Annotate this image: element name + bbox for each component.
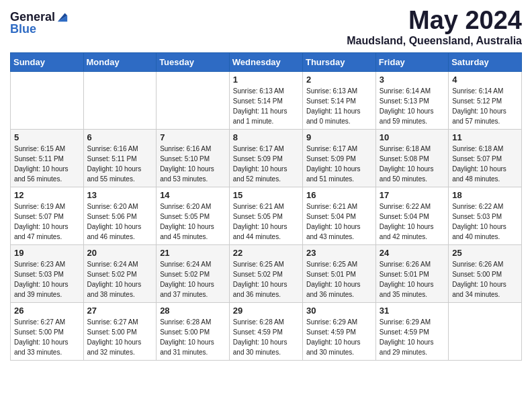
calendar-week-row: 19 Sunrise: 6:23 AMSunset: 5:03 PMDaylig… <box>11 244 522 302</box>
day-number: 11 <box>452 132 518 142</box>
table-row: 14 Sunrise: 6:20 AMSunset: 5:05 PMDaylig… <box>157 187 230 244</box>
day-number: 15 <box>233 190 299 200</box>
day-info: Sunrise: 6:25 AMSunset: 5:02 PMDaylight:… <box>233 261 287 298</box>
table-row <box>11 71 84 129</box>
calendar-week-row: 1 Sunrise: 6:13 AMSunset: 5:14 PMDayligh… <box>11 71 522 129</box>
table-row: 22 Sunrise: 6:25 AMSunset: 5:02 PMDaylig… <box>229 244 302 302</box>
table-row: 11 Sunrise: 6:18 AMSunset: 5:07 PMDaylig… <box>449 129 522 187</box>
day-info: Sunrise: 6:17 AMSunset: 5:09 PMDaylight:… <box>306 145 361 183</box>
logo-icon <box>56 11 69 23</box>
day-info: Sunrise: 6:28 AMSunset: 4:59 PMDaylight:… <box>233 318 287 356</box>
day-info: Sunrise: 6:18 AMSunset: 5:08 PMDaylight:… <box>380 145 434 183</box>
table-row: 16 Sunrise: 6:21 AMSunset: 5:04 PMDaylig… <box>302 187 375 244</box>
day-info: Sunrise: 6:15 AMSunset: 5:11 PMDaylight:… <box>14 145 69 183</box>
day-info: Sunrise: 6:21 AMSunset: 5:05 PMDaylight:… <box>233 203 287 240</box>
day-info: Sunrise: 6:23 AMSunset: 5:03 PMDaylight:… <box>14 261 69 298</box>
day-number: 25 <box>452 248 518 258</box>
logo: General Blue <box>10 11 69 35</box>
day-number: 8 <box>233 132 299 142</box>
day-info: Sunrise: 6:22 AMSunset: 5:03 PMDaylight:… <box>452 203 506 240</box>
table-row: 26 Sunrise: 6:27 AMSunset: 5:00 PMDaylig… <box>11 302 84 360</box>
day-info: Sunrise: 6:20 AMSunset: 5:05 PMDaylight:… <box>160 203 214 240</box>
day-info: Sunrise: 6:26 AMSunset: 5:01 PMDaylight:… <box>380 261 434 298</box>
table-row: 8 Sunrise: 6:17 AMSunset: 5:09 PMDayligh… <box>229 129 302 187</box>
col-wednesday: Wednesday <box>229 52 302 71</box>
day-info: Sunrise: 6:22 AMSunset: 5:04 PMDaylight:… <box>380 203 434 240</box>
day-number: 7 <box>160 132 226 142</box>
table-row: 7 Sunrise: 6:16 AMSunset: 5:10 PMDayligh… <box>157 129 230 187</box>
day-number: 31 <box>380 306 445 316</box>
col-sunday: Sunday <box>11 52 84 71</box>
table-row: 18 Sunrise: 6:22 AMSunset: 5:03 PMDaylig… <box>449 187 522 244</box>
calendar-week-row: 26 Sunrise: 6:27 AMSunset: 5:00 PMDaylig… <box>11 302 522 360</box>
day-info: Sunrise: 6:14 AMSunset: 5:13 PMDaylight:… <box>380 87 434 125</box>
table-row <box>449 302 522 360</box>
day-info: Sunrise: 6:21 AMSunset: 5:04 PMDaylight:… <box>306 203 361 240</box>
day-info: Sunrise: 6:24 AMSunset: 5:02 PMDaylight:… <box>87 261 142 298</box>
day-info: Sunrise: 6:28 AMSunset: 5:00 PMDaylight:… <box>160 318 214 356</box>
calendar-header-row: Sunday Monday Tuesday Wednesday Thursday… <box>11 52 522 71</box>
table-row <box>83 71 157 129</box>
table-row: 3 Sunrise: 6:14 AMSunset: 5:13 PMDayligh… <box>375 71 448 129</box>
day-info: Sunrise: 6:29 AMSunset: 4:59 PMDaylight:… <box>306 318 361 356</box>
day-number: 18 <box>452 190 518 200</box>
day-info: Sunrise: 6:27 AMSunset: 5:00 PMDaylight:… <box>14 318 69 356</box>
day-info: Sunrise: 6:14 AMSunset: 5:12 PMDaylight:… <box>452 87 506 125</box>
table-row: 31 Sunrise: 6:29 AMSunset: 4:59 PMDaylig… <box>375 302 448 360</box>
day-number: 5 <box>14 132 80 142</box>
day-info: Sunrise: 6:13 AMSunset: 5:14 PMDaylight:… <box>233 87 287 125</box>
table-row: 4 Sunrise: 6:14 AMSunset: 5:12 PMDayligh… <box>449 71 522 129</box>
table-row: 23 Sunrise: 6:25 AMSunset: 5:01 PMDaylig… <box>302 244 375 302</box>
table-row: 2 Sunrise: 6:13 AMSunset: 5:14 PMDayligh… <box>302 71 375 129</box>
calendar-table: Sunday Monday Tuesday Wednesday Thursday… <box>10 52 522 361</box>
title-block: May 2024 Maudsland, Queensland, Australi… <box>347 7 522 47</box>
table-row: 25 Sunrise: 6:26 AMSunset: 5:00 PMDaylig… <box>449 244 522 302</box>
day-number: 27 <box>87 306 153 316</box>
day-number: 26 <box>14 306 80 316</box>
table-row: 9 Sunrise: 6:17 AMSunset: 5:09 PMDayligh… <box>302 129 375 187</box>
day-number: 16 <box>306 190 372 200</box>
table-row: 12 Sunrise: 6:19 AMSunset: 5:07 PMDaylig… <box>11 187 84 244</box>
table-row: 30 Sunrise: 6:29 AMSunset: 4:59 PMDaylig… <box>302 302 375 360</box>
table-row <box>157 71 230 129</box>
table-row: 10 Sunrise: 6:18 AMSunset: 5:08 PMDaylig… <box>375 129 448 187</box>
table-row: 27 Sunrise: 6:27 AMSunset: 5:00 PMDaylig… <box>83 302 157 360</box>
day-number: 29 <box>233 306 299 316</box>
table-row: 21 Sunrise: 6:24 AMSunset: 5:02 PMDaylig… <box>157 244 230 302</box>
table-row: 6 Sunrise: 6:16 AMSunset: 5:11 PMDayligh… <box>83 129 157 187</box>
col-thursday: Thursday <box>302 52 375 71</box>
day-info: Sunrise: 6:27 AMSunset: 5:00 PMDaylight:… <box>87 318 142 356</box>
day-number: 10 <box>380 132 445 142</box>
logo-general-text: General <box>10 11 55 23</box>
table-row: 24 Sunrise: 6:26 AMSunset: 5:01 PMDaylig… <box>375 244 448 302</box>
col-monday: Monday <box>83 52 157 71</box>
table-row: 17 Sunrise: 6:22 AMSunset: 5:04 PMDaylig… <box>375 187 448 244</box>
day-info: Sunrise: 6:13 AMSunset: 5:14 PMDaylight:… <box>306 87 361 125</box>
day-info: Sunrise: 6:16 AMSunset: 5:10 PMDaylight:… <box>160 145 214 183</box>
table-row: 29 Sunrise: 6:28 AMSunset: 4:59 PMDaylig… <box>229 302 302 360</box>
day-number: 6 <box>87 132 153 142</box>
day-number: 22 <box>233 248 299 258</box>
calendar-week-row: 12 Sunrise: 6:19 AMSunset: 5:07 PMDaylig… <box>11 187 522 244</box>
table-row: 13 Sunrise: 6:20 AMSunset: 5:06 PMDaylig… <box>83 187 157 244</box>
table-row: 20 Sunrise: 6:24 AMSunset: 5:02 PMDaylig… <box>83 244 157 302</box>
day-info: Sunrise: 6:26 AMSunset: 5:00 PMDaylight:… <box>452 261 506 298</box>
day-info: Sunrise: 6:20 AMSunset: 5:06 PMDaylight:… <box>87 203 142 240</box>
location-subtitle: Maudsland, Queensland, Australia <box>347 35 522 47</box>
day-number: 4 <box>452 75 518 85</box>
day-number: 9 <box>306 132 372 142</box>
day-number: 12 <box>14 190 80 200</box>
day-info: Sunrise: 6:29 AMSunset: 4:59 PMDaylight:… <box>380 318 434 356</box>
day-info: Sunrise: 6:24 AMSunset: 5:02 PMDaylight:… <box>160 261 214 298</box>
col-tuesday: Tuesday <box>157 52 230 71</box>
day-number: 20 <box>87 248 153 258</box>
day-number: 13 <box>87 190 153 200</box>
day-number: 24 <box>380 248 445 258</box>
col-saturday: Saturday <box>449 52 522 71</box>
day-number: 2 <box>306 75 372 85</box>
day-number: 23 <box>306 248 372 258</box>
day-number: 28 <box>160 306 226 316</box>
day-number: 19 <box>14 248 80 258</box>
day-number: 3 <box>380 75 445 85</box>
page-header: General Blue May 2024 Maudsland, Queensl… <box>10 7 522 47</box>
